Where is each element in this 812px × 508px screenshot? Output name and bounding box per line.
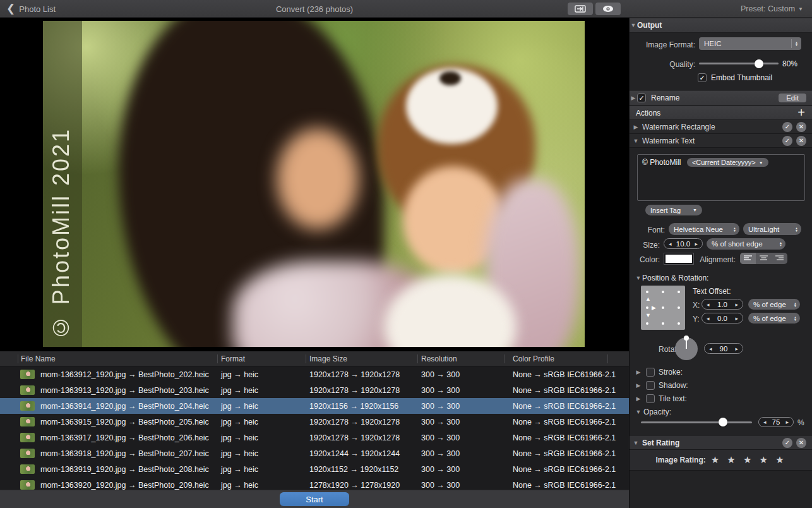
decrement-icon[interactable]: ◂: [707, 315, 710, 322]
rotation-stepper[interactable]: ◂ 90 ▸: [704, 343, 743, 354]
anchor-arrow-down-icon: ▼: [645, 313, 651, 318]
action-enabled-icon[interactable]: ✓: [782, 122, 792, 132]
rename-edit-button[interactable]: Edit: [779, 94, 806, 102]
table-row-selected[interactable]: mom-1363914_1920.jpg → BestPhoto_204.hei…: [0, 398, 629, 414]
opacity-header[interactable]: ▼ Opacity:: [635, 408, 671, 416]
opacity-slider-track[interactable]: [641, 421, 752, 423]
align-left-button[interactable]: [740, 253, 756, 264]
photo-thumbnail: [20, 433, 35, 442]
action-remove-icon[interactable]: ✕: [796, 122, 806, 132]
position-anchor-grid[interactable]: ▲ ▼ ▶: [641, 286, 685, 330]
table-row[interactable]: mom-1363913_1920.jpg → BestPhoto_203.hei…: [0, 382, 629, 398]
table-row[interactable]: mom-1363919_1920.jpg → BestPhoto_208.hei…: [0, 461, 629, 477]
column-header-format[interactable]: Format: [221, 351, 245, 366]
quality-slider-knob[interactable]: [755, 59, 763, 68]
anchor-dot[interactable]: [662, 291, 664, 293]
star-rating-control[interactable]: ★ ★ ★ ★ ★: [711, 454, 787, 466]
increment-icon[interactable]: ▸: [785, 419, 789, 425]
file-table: File Name Format Image Size Resolution C…: [0, 351, 629, 490]
tile-text-row[interactable]: ▶ Tile text:: [635, 394, 687, 403]
table-row[interactable]: mom-1363912_1920.jpg → BestPhoto_202.hei…: [0, 366, 629, 382]
anchor-dot[interactable]: [678, 322, 680, 325]
stepper-updown-icon: ▲▼: [730, 227, 739, 232]
opacity-slider-knob[interactable]: [719, 418, 727, 426]
shadow-checkbox[interactable]: [646, 381, 655, 390]
increment-icon[interactable]: ▸: [695, 241, 698, 247]
photo-bear-nose-region: [439, 71, 461, 85]
rotation-knob[interactable]: [684, 336, 689, 341]
decrement-icon[interactable]: ◂: [709, 346, 712, 352]
decrement-icon[interactable]: ◂: [707, 301, 710, 308]
action-enabled-icon[interactable]: ✓: [782, 438, 792, 448]
anchor-dot[interactable]: [662, 322, 664, 325]
embed-thumbnail-checkbox-row[interactable]: ✓ Embed Thumbnail: [698, 73, 772, 82]
x-unit-select[interactable]: % of edge ▲▼: [748, 299, 800, 310]
action-enabled-icon[interactable]: ✓: [782, 136, 792, 146]
font-family-select[interactable]: Helvetica Neue ▲▼: [669, 223, 739, 235]
stroke-checkbox[interactable]: [646, 368, 655, 377]
opacity-stepper[interactable]: ◂ 75 ▸: [758, 417, 794, 427]
size-unit-select[interactable]: % of short edge ▲▼: [707, 238, 785, 250]
shadow-row[interactable]: ▶ Shadow:: [635, 381, 688, 390]
y-unit-select[interactable]: % of edge ▲▼: [748, 313, 800, 324]
image-format-select[interactable]: HEIC ▲▼: [699, 37, 801, 50]
table-row[interactable]: mom-1363917_1920.jpg → BestPhoto_206.hei…: [0, 430, 629, 445]
position-rotation-header[interactable]: ▼ Position & Rotation:: [635, 274, 708, 282]
watermark-text-editor[interactable]: © PhotoMill <Current Date:yyyy> ▼: [637, 154, 805, 201]
size-stepper[interactable]: ◂ 10.0 ▸: [664, 238, 703, 249]
anchor-dot-selected[interactable]: [646, 306, 648, 309]
rename-section-header[interactable]: ▶ ✓ Rename Edit: [630, 90, 812, 106]
anchor-dot[interactable]: [646, 291, 648, 293]
checkbox-checked-icon[interactable]: ✓: [698, 73, 707, 82]
increment-icon[interactable]: ▸: [735, 315, 738, 322]
decrement-icon[interactable]: ◂: [669, 241, 672, 247]
image-format-value: HEIC: [699, 40, 791, 47]
date-token[interactable]: <Current Date:yyyy> ▼: [687, 158, 768, 167]
set-rating-row[interactable]: ▼ Set Rating ✓ ✕: [630, 436, 812, 450]
font-weight-select[interactable]: UltraLight ▲▼: [743, 223, 801, 235]
align-right-icon: [775, 255, 784, 262]
align-right-button[interactable]: [772, 253, 787, 264]
align-center-button[interactable]: [756, 253, 772, 264]
anchor-dot[interactable]: [678, 291, 680, 293]
column-header-resolution[interactable]: Resolution: [421, 351, 457, 366]
stroke-label: Stroke:: [659, 368, 683, 377]
add-action-button[interactable]: +: [797, 106, 805, 120]
align-center-icon: [760, 255, 768, 262]
start-button[interactable]: Start: [280, 492, 349, 506]
cell-format: jpg → heic: [221, 430, 258, 445]
export-panel-button[interactable]: [568, 3, 593, 15]
cell-file-name: mom-1363913_1920.jpg → BestPhoto_203.hei…: [40, 382, 209, 398]
cell-file-name: mom-1363919_1920.jpg → BestPhoto_208.hei…: [40, 461, 209, 477]
watermark-rectangle-row[interactable]: ▶ Watermark Rectangle ✓ ✕: [630, 120, 812, 134]
y-offset-stepper[interactable]: ◂ 0.0 ▸: [702, 313, 743, 324]
anchor-dot[interactable]: [678, 306, 680, 309]
table-row[interactable]: mom-1363918_1920.jpg → BestPhoto_207.hei…: [0, 445, 629, 461]
rotation-dial[interactable]: [675, 337, 698, 360]
preset-menu[interactable]: Preset: Custom ▼: [741, 0, 803, 18]
insert-tag-button[interactable]: Insert Tag ▼: [645, 205, 702, 215]
watermark-text-row[interactable]: ▼ Watermark Text ✓ ✕: [630, 134, 812, 148]
column-header-file-name[interactable]: File Name: [21, 351, 56, 366]
cell-file-name: mom-1363915_1920.jpg → BestPhoto_205.hei…: [40, 414, 209, 430]
tile-text-checkbox[interactable]: [646, 394, 655, 403]
disclosure-right-icon: ▶: [635, 382, 642, 389]
decrement-icon[interactable]: ◂: [763, 419, 767, 425]
stroke-row[interactable]: ▶ Stroke:: [635, 368, 683, 377]
action-remove-icon[interactable]: ✕: [796, 438, 806, 448]
column-header-color-profile[interactable]: Color Profile: [513, 351, 554, 366]
rename-checkbox[interactable]: ✓: [637, 94, 646, 102]
action-remove-icon[interactable]: ✕: [796, 136, 806, 146]
column-header-image-size[interactable]: Image Size: [309, 351, 347, 366]
increment-icon[interactable]: ▸: [735, 346, 738, 352]
quality-slider-track[interactable]: [699, 63, 779, 64]
table-row[interactable]: mom-1363915_1920.jpg → BestPhoto_205.hei…: [0, 414, 629, 430]
anchor-dot[interactable]: [646, 322, 648, 325]
preview-toggle-button[interactable]: [595, 3, 621, 15]
x-offset-stepper[interactable]: ◂ 1.0 ▸: [702, 299, 743, 310]
table-row[interactable]: mom-1363920_1920.jpg → BestPhoto_209.hei…: [0, 477, 629, 490]
cell-resolution: 300 → 300: [421, 382, 460, 398]
increment-icon[interactable]: ▸: [735, 301, 738, 308]
anchor-dot[interactable]: [662, 306, 664, 309]
output-section-header[interactable]: ▼ Output: [630, 18, 812, 33]
